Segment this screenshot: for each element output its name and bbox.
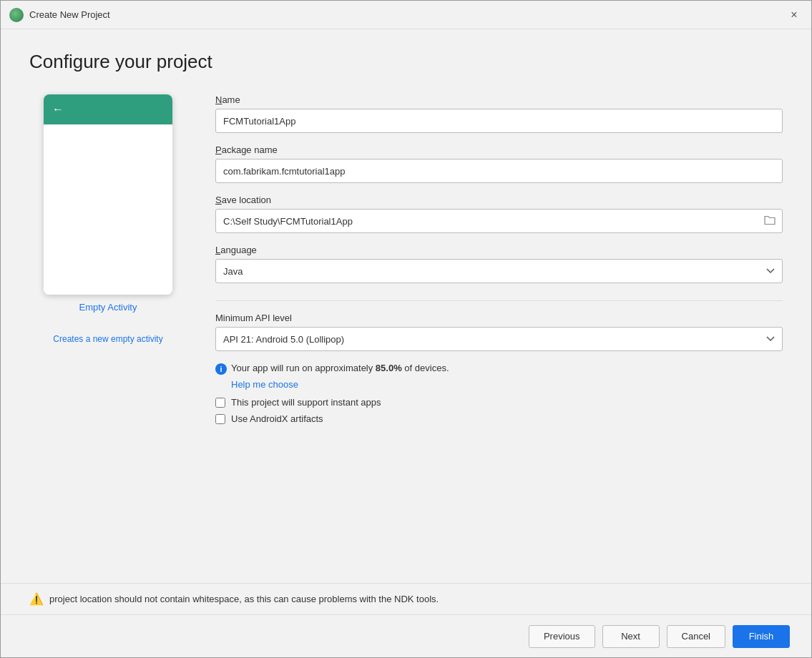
- package-group: Package name: [215, 144, 783, 183]
- help-me-choose-link[interactable]: Help me choose: [231, 379, 783, 390]
- instant-apps-row: This project will support instant apps: [215, 397, 783, 408]
- save-location-group: Save location: [215, 195, 783, 233]
- name-label: Name: [215, 94, 783, 105]
- window: Create New Project × Configure your proj…: [0, 0, 812, 658]
- finish-button[interactable]: Finish: [733, 625, 790, 648]
- androidx-checkbox[interactable]: [215, 414, 225, 424]
- min-api-label: Minimum API level: [215, 313, 783, 323]
- name-input[interactable]: [215, 109, 783, 133]
- min-api-select[interactable]: API 21: Android 5.0 (Lollipop) API 22: A…: [215, 327, 783, 351]
- language-select[interactable]: Java Kotlin: [215, 259, 783, 283]
- footer: Previous Next Cancel Finish: [1, 614, 811, 657]
- window-title: Create New Project: [29, 9, 786, 20]
- name-group: Name: [215, 94, 783, 133]
- instant-apps-checkbox[interactable]: [215, 398, 225, 408]
- close-button[interactable]: ×: [786, 6, 803, 24]
- package-label: Package name: [215, 144, 783, 155]
- language-label: Language: [215, 245, 783, 255]
- save-location-label: Save location: [215, 195, 783, 205]
- browse-folder-button[interactable]: [761, 214, 778, 229]
- androidx-row: Use AndroidX artifacts: [215, 413, 783, 424]
- instant-apps-label[interactable]: This project will support instant apps: [231, 397, 381, 408]
- cancel-button[interactable]: Cancel: [667, 625, 725, 648]
- coverage-info-row: i Your app will run on approximately 85.…: [215, 363, 783, 375]
- right-panel: Name Package name Save location: [215, 94, 783, 583]
- main-area: ← Empty Activity Creates a new empty act…: [29, 94, 783, 583]
- next-button[interactable]: Next: [602, 625, 660, 648]
- warning-icon: ⚠️: [29, 592, 44, 606]
- content-area: Configure your project ← Empty Activity …: [1, 29, 811, 583]
- save-location-input[interactable]: [215, 209, 783, 233]
- info-icon: i: [215, 363, 227, 375]
- creates-label: Creates a new empty activity: [53, 334, 162, 344]
- left-panel: ← Empty Activity Creates a new empty act…: [29, 94, 187, 583]
- phone-preview: ←: [44, 94, 172, 295]
- save-location-wrapper: [215, 209, 783, 233]
- activity-label: Empty Activity: [79, 302, 137, 313]
- divider: [215, 300, 783, 301]
- page-title: Configure your project: [29, 51, 783, 73]
- app-icon: [9, 8, 24, 22]
- androidx-label[interactable]: Use AndroidX artifacts: [231, 413, 323, 424]
- warning-bar: ⚠️ project location should not contain w…: [1, 583, 811, 614]
- previous-button[interactable]: Previous: [529, 625, 595, 648]
- language-group: Language Java Kotlin: [215, 245, 783, 283]
- title-bar: Create New Project ×: [1, 1, 811, 29]
- phone-top-bar: ←: [44, 94, 172, 124]
- back-arrow-icon: ←: [52, 103, 64, 116]
- min-api-group: Minimum API level API 21: Android 5.0 (L…: [215, 313, 783, 351]
- warning-text: project location should not contain whit…: [49, 594, 439, 604]
- coverage-text: Your app will run on approximately 85.0%…: [231, 363, 449, 373]
- package-input[interactable]: [215, 159, 783, 183]
- phone-body: [44, 124, 172, 295]
